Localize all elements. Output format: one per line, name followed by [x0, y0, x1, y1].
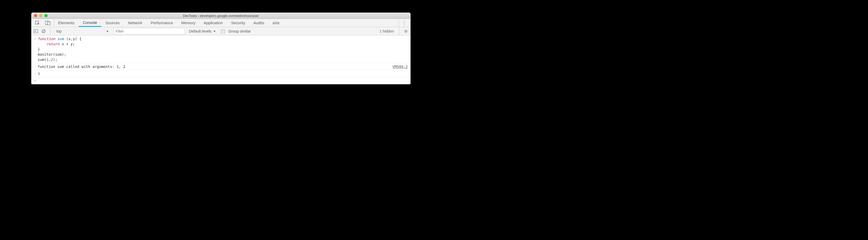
- log-levels-select[interactable]: Default levels ▼: [187, 29, 216, 33]
- console-input-row: › function sum (x,y) { return x + y; } m…: [31, 35, 410, 63]
- more-tools[interactable]: ⋮: [399, 19, 410, 27]
- devtools-window: DevTools - developers.google.com/web/sho…: [31, 12, 411, 84]
- log-message[interactable]: function sum called with arguments: 1, 2: [38, 64, 389, 69]
- tab-network[interactable]: Network: [124, 19, 147, 27]
- tab-memory[interactable]: Memory: [177, 19, 199, 27]
- output-chevron-icon: ‹: [34, 72, 36, 76]
- divider: [50, 27, 51, 35]
- console-result-row: ‹ 3: [31, 70, 410, 77]
- tab-performance[interactable]: Performance: [147, 19, 177, 27]
- tab-console[interactable]: Console: [79, 19, 101, 27]
- chevron-down-icon: ▼: [106, 30, 109, 33]
- filter-input[interactable]: [113, 28, 185, 34]
- console-log-row: function sum called with arguments: 1, 2…: [31, 63, 410, 70]
- window-title: DevTools - developers.google.com/web/sho…: [31, 14, 410, 18]
- hidden-messages-count[interactable]: 1 hidden: [379, 29, 396, 33]
- tab-axe[interactable]: aXe: [269, 19, 284, 27]
- console-input-code[interactable]: function sum (x,y) { return x + y; } mon…: [38, 36, 408, 62]
- console-body: › function sum (x,y) { return x + y; } m…: [31, 35, 410, 84]
- toggle-console-sidebar-icon[interactable]: [33, 28, 39, 34]
- window-controls: [31, 14, 48, 17]
- tab-application[interactable]: Application: [199, 19, 227, 27]
- svg-line-12: [407, 32, 407, 32]
- input-chevron-icon: ›: [34, 37, 36, 41]
- result-value[interactable]: 3: [38, 71, 408, 76]
- svg-rect-2: [48, 22, 50, 25]
- tab-elements[interactable]: Elements: [54, 19, 79, 27]
- inspect-tools: [31, 19, 54, 27]
- kebab-icon: ⋮: [402, 20, 407, 26]
- clear-console-icon[interactable]: [41, 28, 46, 34]
- panel-tabs: ElementsConsoleSourcesNetworkPerformance…: [31, 19, 410, 27]
- levels-label: Default levels: [189, 29, 212, 33]
- group-similar-checkbox[interactable]: ✓: [221, 29, 225, 33]
- tab-audits[interactable]: Audits: [249, 19, 269, 27]
- console-settings-icon[interactable]: [403, 28, 409, 34]
- zoom-icon[interactable]: [44, 14, 48, 17]
- execution-context-select[interactable]: top ▼: [54, 28, 111, 35]
- prompt-chevron-icon: ›: [34, 79, 36, 83]
- minimize-icon[interactable]: [39, 14, 42, 17]
- window-titlebar: DevTools - developers.google.com/web/sho…: [31, 13, 410, 19]
- context-label: top: [56, 29, 62, 33]
- svg-point-6: [405, 30, 406, 31]
- device-toolbar-icon[interactable]: [45, 20, 51, 26]
- chevron-down-icon: ▼: [213, 30, 216, 33]
- tab-strip: ElementsConsoleSourcesNetworkPerformance…: [54, 19, 399, 27]
- tab-sources[interactable]: Sources: [101, 19, 124, 27]
- console-toolbar: top ▼ Default levels ▼ ✓ Group similar 1…: [31, 27, 410, 35]
- console-prompt-row[interactable]: ›: [31, 77, 410, 84]
- group-similar-label: Group similar: [227, 29, 251, 33]
- inspect-element-icon[interactable]: [35, 20, 40, 26]
- svg-line-5: [42, 30, 45, 32]
- log-source-link[interactable]: VM580:2: [389, 64, 408, 69]
- tab-security[interactable]: Security: [227, 19, 249, 27]
- close-icon[interactable]: [34, 14, 37, 17]
